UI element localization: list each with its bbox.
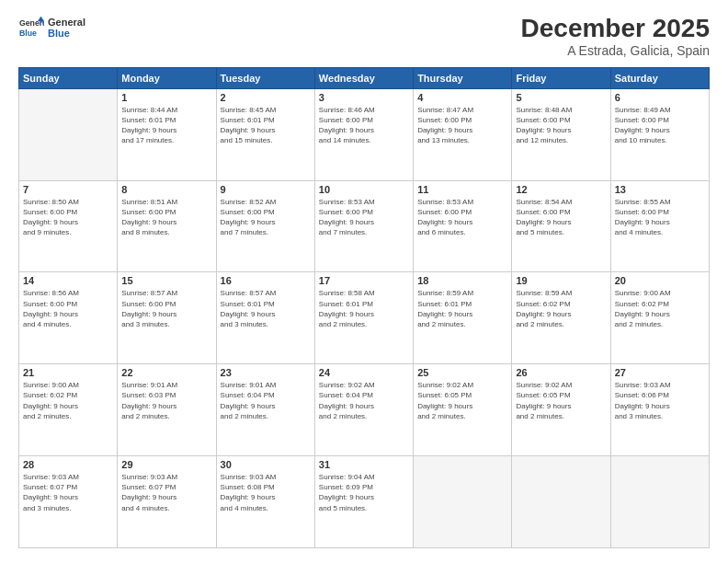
day-info: Sunrise: 8:51 AM Sunset: 6:00 PM Dayligh…: [121, 197, 211, 238]
day-info: Sunrise: 8:45 AM Sunset: 6:01 PM Dayligh…: [221, 105, 311, 146]
logo-icon: General Blue: [18, 15, 44, 40]
day-number: 5: [516, 92, 606, 103]
table-row: 23Sunrise: 9:01 AM Sunset: 6:04 PM Dayli…: [216, 364, 314, 456]
day-number: 23: [221, 367, 311, 378]
svg-text:Blue: Blue: [19, 29, 37, 38]
day-number: 6: [615, 92, 705, 103]
day-number: 2: [221, 92, 311, 103]
day-info: Sunrise: 9:02 AM Sunset: 6:05 PM Dayligh…: [417, 380, 507, 421]
col-monday: Monday: [118, 67, 216, 88]
day-number: 29: [121, 459, 211, 470]
day-number: 9: [221, 184, 311, 195]
table-row: 21Sunrise: 9:00 AM Sunset: 6:02 PM Dayli…: [19, 364, 118, 456]
table-row: 19Sunrise: 8:59 AM Sunset: 6:02 PM Dayli…: [512, 272, 610, 364]
day-info: Sunrise: 8:57 AM Sunset: 6:01 PM Dayligh…: [221, 288, 311, 329]
day-number: 15: [121, 275, 211, 286]
day-info: Sunrise: 8:59 AM Sunset: 6:02 PM Dayligh…: [516, 288, 606, 329]
calendar-header-row: Sunday Monday Tuesday Wednesday Thursday…: [19, 67, 710, 88]
calendar-table: Sunday Monday Tuesday Wednesday Thursday…: [18, 67, 710, 548]
day-info: Sunrise: 9:02 AM Sunset: 6:05 PM Dayligh…: [516, 380, 606, 421]
table-row: 12Sunrise: 8:54 AM Sunset: 6:00 PM Dayli…: [512, 180, 610, 272]
table-row: 22Sunrise: 9:01 AM Sunset: 6:03 PM Dayli…: [118, 364, 216, 456]
table-row: 30Sunrise: 9:03 AM Sunset: 6:08 PM Dayli…: [216, 456, 314, 548]
day-info: Sunrise: 9:01 AM Sunset: 6:03 PM Dayligh…: [121, 380, 211, 421]
day-number: 31: [319, 459, 409, 470]
day-info: Sunrise: 8:56 AM Sunset: 6:00 PM Dayligh…: [23, 288, 113, 329]
header: General Blue General Blue December 2025 …: [18, 15, 710, 58]
day-number: 16: [221, 275, 311, 286]
day-info: Sunrise: 8:52 AM Sunset: 6:00 PM Dayligh…: [221, 197, 311, 238]
day-number: 25: [417, 367, 507, 378]
table-row: 7Sunrise: 8:50 AM Sunset: 6:00 PM Daylig…: [19, 180, 118, 272]
location-title: A Estrada, Galicia, Spain: [521, 43, 710, 58]
day-number: 20: [615, 275, 705, 286]
day-info: Sunrise: 9:03 AM Sunset: 6:06 PM Dayligh…: [615, 380, 705, 421]
table-row: 9Sunrise: 8:52 AM Sunset: 6:00 PM Daylig…: [216, 180, 314, 272]
month-title: December 2025: [521, 15, 710, 43]
col-thursday: Thursday: [414, 67, 512, 88]
calendar-week-row: 28Sunrise: 9:03 AM Sunset: 6:07 PM Dayli…: [19, 456, 710, 548]
table-row: 15Sunrise: 8:57 AM Sunset: 6:00 PM Dayli…: [118, 272, 216, 364]
table-row: [19, 88, 118, 180]
table-row: 20Sunrise: 9:00 AM Sunset: 6:02 PM Dayli…: [610, 272, 709, 364]
day-info: Sunrise: 9:03 AM Sunset: 6:08 PM Dayligh…: [221, 472, 311, 513]
col-sunday: Sunday: [19, 67, 118, 88]
day-number: 27: [615, 367, 705, 378]
table-row: 26Sunrise: 9:02 AM Sunset: 6:05 PM Dayli…: [512, 364, 610, 456]
day-number: 10: [319, 184, 409, 195]
table-row: 31Sunrise: 9:04 AM Sunset: 6:09 PM Dayli…: [314, 456, 413, 548]
day-info: Sunrise: 9:03 AM Sunset: 6:07 PM Dayligh…: [121, 472, 211, 513]
logo-line2: Blue: [48, 28, 85, 39]
day-info: Sunrise: 8:58 AM Sunset: 6:01 PM Dayligh…: [319, 288, 409, 329]
day-info: Sunrise: 9:00 AM Sunset: 6:02 PM Dayligh…: [615, 288, 705, 329]
day-info: Sunrise: 8:57 AM Sunset: 6:00 PM Dayligh…: [121, 288, 211, 329]
day-info: Sunrise: 9:02 AM Sunset: 6:04 PM Dayligh…: [319, 380, 409, 421]
day-info: Sunrise: 9:03 AM Sunset: 6:07 PM Dayligh…: [23, 472, 113, 513]
day-number: 13: [615, 184, 705, 195]
table-row: 28Sunrise: 9:03 AM Sunset: 6:07 PM Dayli…: [19, 456, 118, 548]
day-number: 22: [121, 367, 211, 378]
table-row: 5Sunrise: 8:48 AM Sunset: 6:00 PM Daylig…: [512, 88, 610, 180]
table-row: 4Sunrise: 8:47 AM Sunset: 6:00 PM Daylig…: [414, 88, 512, 180]
table-row: 1Sunrise: 8:44 AM Sunset: 6:01 PM Daylig…: [118, 88, 216, 180]
col-tuesday: Tuesday: [216, 67, 314, 88]
day-info: Sunrise: 9:01 AM Sunset: 6:04 PM Dayligh…: [221, 380, 311, 421]
day-number: 7: [23, 184, 113, 195]
day-number: 4: [417, 92, 507, 103]
col-friday: Friday: [512, 67, 610, 88]
table-row: 6Sunrise: 8:49 AM Sunset: 6:00 PM Daylig…: [610, 88, 709, 180]
day-info: Sunrise: 8:46 AM Sunset: 6:00 PM Dayligh…: [319, 105, 409, 146]
day-number: 17: [319, 275, 409, 286]
table-row: 24Sunrise: 9:02 AM Sunset: 6:04 PM Dayli…: [314, 364, 413, 456]
day-number: 26: [516, 367, 606, 378]
table-row: 8Sunrise: 8:51 AM Sunset: 6:00 PM Daylig…: [118, 180, 216, 272]
day-number: 21: [23, 367, 113, 378]
table-row: 29Sunrise: 9:03 AM Sunset: 6:07 PM Dayli…: [118, 456, 216, 548]
table-row: 27Sunrise: 9:03 AM Sunset: 6:06 PM Dayli…: [610, 364, 709, 456]
title-section: December 2025 A Estrada, Galicia, Spain: [521, 15, 710, 58]
day-number: 3: [319, 92, 409, 103]
day-info: Sunrise: 8:49 AM Sunset: 6:00 PM Dayligh…: [615, 105, 705, 146]
table-row: [610, 456, 709, 548]
day-info: Sunrise: 8:47 AM Sunset: 6:00 PM Dayligh…: [417, 105, 507, 146]
page: General Blue General Blue December 2025 …: [0, 0, 728, 563]
table-row: 17Sunrise: 8:58 AM Sunset: 6:01 PM Dayli…: [314, 272, 413, 364]
day-info: Sunrise: 8:53 AM Sunset: 6:00 PM Dayligh…: [417, 197, 507, 238]
table-row: 16Sunrise: 8:57 AM Sunset: 6:01 PM Dayli…: [216, 272, 314, 364]
day-info: Sunrise: 9:00 AM Sunset: 6:02 PM Dayligh…: [23, 380, 113, 421]
day-number: 19: [516, 275, 606, 286]
day-number: 30: [221, 459, 311, 470]
day-info: Sunrise: 9:04 AM Sunset: 6:09 PM Dayligh…: [319, 472, 409, 513]
calendar-week-row: 21Sunrise: 9:00 AM Sunset: 6:02 PM Dayli…: [19, 364, 710, 456]
day-number: 11: [417, 184, 507, 195]
col-saturday: Saturday: [610, 67, 709, 88]
day-info: Sunrise: 8:59 AM Sunset: 6:01 PM Dayligh…: [417, 288, 507, 329]
calendar-week-row: 1Sunrise: 8:44 AM Sunset: 6:01 PM Daylig…: [19, 88, 710, 180]
table-row: 13Sunrise: 8:55 AM Sunset: 6:00 PM Dayli…: [610, 180, 709, 272]
day-info: Sunrise: 8:55 AM Sunset: 6:00 PM Dayligh…: [615, 197, 705, 238]
calendar-week-row: 7Sunrise: 8:50 AM Sunset: 6:00 PM Daylig…: [19, 180, 710, 272]
table-row: 2Sunrise: 8:45 AM Sunset: 6:01 PM Daylig…: [216, 88, 314, 180]
day-number: 1: [121, 92, 211, 103]
day-number: 12: [516, 184, 606, 195]
calendar-week-row: 14Sunrise: 8:56 AM Sunset: 6:00 PM Dayli…: [19, 272, 710, 364]
